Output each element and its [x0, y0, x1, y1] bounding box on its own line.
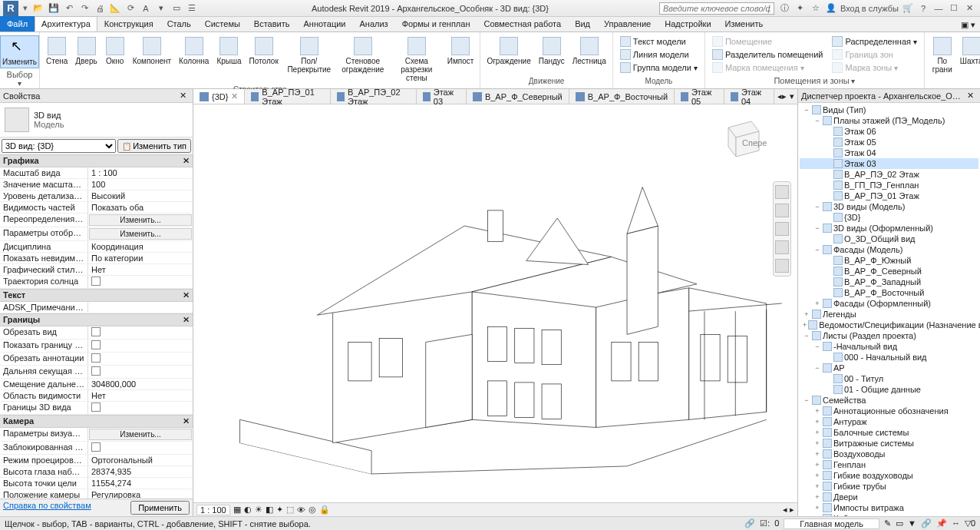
tree-item[interactable]: В_ГП_ПЭ_Генплан — [800, 180, 978, 190]
vc-scroll-icon[interactable]: ◂ ▸ — [783, 505, 794, 515]
nav-wheel-icon[interactable] — [775, 185, 789, 199]
tree-item[interactable]: −Семейства — [800, 395, 978, 406]
prop-row[interactable]: Высота глаза наблюдателя28374,935 — [0, 466, 193, 478]
prop-row[interactable]: Графический стиль отобра…Нет — [0, 264, 193, 276]
vc-crop-icon[interactable]: ⬚ — [286, 505, 294, 515]
view-tab[interactable]: Этаж 03 — [417, 89, 467, 104]
properties-help-link[interactable]: Справка по свойствам — [3, 501, 91, 515]
nav-pan-icon[interactable] — [775, 204, 789, 217]
ribbon-tab-Сталь[interactable]: Сталь — [160, 16, 198, 31]
view-tab[interactable]: Этаж 05 — [675, 89, 724, 104]
tree-item[interactable]: +Воздуховоды — [800, 449, 978, 459]
view-tabs-menu-icon[interactable]: ▾ — [790, 91, 794, 101]
tree-item[interactable]: +Витражные системы — [800, 438, 978, 449]
curtain-wall-button[interactable]: Стеновое ограждение — [338, 35, 388, 75]
prop-row[interactable]: Положение камерыРегулировка — [0, 489, 193, 499]
help-icon[interactable]: ? — [917, 2, 929, 15]
status-filter-icon[interactable]: ▼ — [908, 518, 916, 529]
qat-save-icon[interactable]: 💾 — [48, 2, 60, 15]
qat-measure-icon[interactable]: 📐 — [109, 2, 121, 15]
ribbon-tab-Системы[interactable]: Системы — [198, 16, 247, 31]
qat-text-icon[interactable]: A — [140, 2, 152, 15]
tree-item[interactable]: +Кабельные лотки — [800, 513, 978, 516]
tree-item[interactable]: +Импосты витража — [800, 502, 978, 513]
railing-button[interactable]: Ограждение — [485, 35, 532, 67]
tag-room-button[interactable]: Марка помещения ▾ — [710, 61, 826, 74]
qat-undo-icon[interactable]: ↶ — [63, 2, 75, 15]
vc-visual-style-icon[interactable]: ◐ — [244, 505, 252, 515]
prop-row[interactable]: ADSK_Примечание к виду — [0, 302, 193, 313]
vc-shadow-icon[interactable]: ◧ — [266, 505, 273, 515]
by-face-button[interactable]: По грани — [929, 35, 955, 75]
wall-button[interactable]: Стена — [45, 35, 69, 67]
prop-row[interactable]: Высота точки цели11554,274 — [0, 478, 193, 489]
info-icon[interactable]: ⓘ — [779, 2, 791, 15]
tree-item[interactable]: 01 - Общие данные — [800, 384, 978, 395]
prop-row[interactable]: Режим проецированияОртогональный — [0, 455, 193, 466]
ribbon-tab-Управление[interactable]: Управление — [597, 16, 658, 31]
ribbon-tab-Аннотации[interactable]: Аннотации — [297, 16, 353, 31]
vc-render-icon[interactable]: ✦ — [276, 505, 283, 515]
edit-type-button[interactable]: 📋 Изменить тип — [117, 139, 191, 153]
ribbon-tab-Формы и генплан[interactable]: Формы и генплан — [395, 16, 477, 31]
ribbon-tab-Вид[interactable]: Вид — [568, 16, 597, 31]
ribbon-tab-Вставить[interactable]: Вставить — [247, 16, 297, 31]
tree-item[interactable]: В_АР_Ф_Западный — [800, 277, 978, 287]
ribbon-tab-Изменить[interactable]: Изменить — [718, 16, 770, 31]
prop-row[interactable]: Смещение дальнего предел…304800,000 — [0, 379, 193, 390]
qat-close-hidden-icon[interactable]: ☰ — [186, 2, 198, 15]
vc-detail-icon[interactable]: ▦ — [233, 505, 241, 515]
tree-item[interactable]: +Фасады (Оформленный) — [800, 298, 978, 309]
window-minimize-icon[interactable]: — — [932, 2, 945, 15]
nav-zoom-icon[interactable] — [775, 222, 789, 236]
qat-print-icon[interactable]: 🖨 — [94, 2, 106, 15]
prop-row[interactable]: Масштаб вида1 : 100 — [0, 167, 193, 179]
prop-row[interactable]: Показать невидимые линииПо категории — [0, 253, 193, 264]
shaft-button[interactable]: Шахта — [960, 35, 980, 67]
stair-button[interactable]: Лестница — [571, 35, 608, 67]
status-filter2-icon[interactable]: ▽0 — [965, 518, 975, 529]
vc-sun-icon[interactable]: ☀ — [255, 505, 262, 515]
tree-item[interactable]: Этаж 05 — [800, 137, 978, 147]
tree-item[interactable]: −-Начальный вид — [800, 341, 978, 352]
tree-item[interactable]: +Двери — [800, 492, 978, 502]
door-button[interactable]: Дверь — [74, 35, 98, 67]
view-tab[interactable]: В_АР_Ф_Восточный — [569, 89, 675, 104]
status-drag-icon[interactable]: ↔ — [952, 518, 960, 529]
tree-item[interactable]: 000 - Начальный вид — [800, 352, 978, 363]
type-selector[interactable]: 3D вид: {3D} — [2, 139, 116, 153]
status-editable-icon[interactable]: ✎ — [884, 518, 891, 529]
tree-item[interactable]: Этаж 03 — [800, 158, 978, 169]
room-separator-button[interactable]: Разделитель помещений — [710, 48, 826, 61]
viewcube[interactable]: Спереди — [713, 112, 767, 166]
model-text-button[interactable]: Текст модели — [618, 35, 700, 48]
tree-item[interactable]: +Балочные системы — [800, 427, 978, 438]
prop-row[interactable]: Показать границу обрезки — [0, 340, 193, 353]
qat-open-icon[interactable]: 📂 — [32, 2, 45, 15]
tree-item[interactable]: 00 - Титул — [800, 373, 978, 384]
properties-close-icon[interactable]: ✕ — [177, 91, 190, 101]
tree-item[interactable]: В_АР_Ф_Южный — [800, 255, 978, 266]
tree-item[interactable]: +Генплан — [800, 459, 978, 470]
tree-item[interactable]: В_АР_ПЭ_02 Этаж — [800, 169, 978, 180]
qat-redo-icon[interactable]: ↷ — [78, 2, 91, 15]
modify-tool-button[interactable]: ↖ Изменить — [0, 35, 39, 68]
app-menu-dropdown[interactable]: ▾ — [21, 3, 29, 13]
view-tab[interactable]: В_АР_ПЭ_02 Этаж — [331, 89, 417, 104]
tree-item[interactable]: +Гибкие воздуховоды — [800, 470, 978, 481]
tree-item[interactable]: −3D виды (Оформленный) — [800, 223, 978, 234]
qat-sync-icon[interactable]: ⟳ — [124, 2, 137, 15]
star-icon[interactable]: ☆ — [810, 2, 822, 15]
tree-item[interactable]: {3D} — [800, 212, 978, 223]
status-model-label[interactable]: Главная модель — [784, 518, 879, 529]
signin-label[interactable]: Вход в службы — [840, 2, 899, 15]
status-workset-icon[interactable]: 🔗 — [744, 518, 755, 529]
floor-button[interactable]: Пол/Перекрытие — [285, 35, 334, 75]
prop-row[interactable]: ДисциплинаКоординация — [0, 241, 193, 253]
view-tab[interactable]: В_АР_Ф_Северный — [467, 89, 569, 104]
ribbon-minimize-icon[interactable]: ▣ ▾ — [956, 18, 980, 31]
status-link-icon[interactable]: 🔗 — [921, 518, 932, 529]
qat-more-icon[interactable]: ▾ — [155, 2, 167, 15]
prop-section[interactable]: Камера⨯ — [0, 415, 193, 428]
tree-item[interactable]: −Листы (Раздел проекта) — [800, 330, 978, 341]
